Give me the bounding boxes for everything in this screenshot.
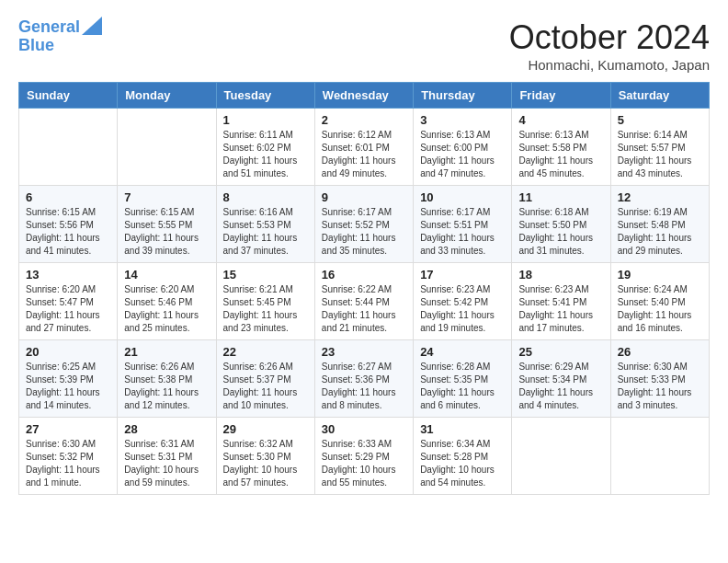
page-header: General Blue October 2024 Honmachi, Kuma…: [18, 18, 710, 73]
day-of-week-header: Friday: [512, 83, 610, 109]
day-info-text: Sunrise: 6:23 AM Sunset: 5:42 PM Dayligh…: [420, 283, 505, 335]
calendar-cell: 22Sunrise: 6:26 AM Sunset: 5:37 PM Dayli…: [216, 340, 314, 418]
day-info-text: Sunrise: 6:31 AM Sunset: 5:31 PM Dayligh…: [124, 438, 209, 489]
day-info-text: Sunrise: 6:34 AM Sunset: 5:28 PM Dayligh…: [420, 438, 505, 489]
month-title: October 2024: [509, 18, 710, 57]
day-number: 20: [26, 345, 110, 359]
day-number: 1: [223, 113, 308, 127]
day-number: 23: [322, 345, 406, 359]
logo-text-blue: Blue: [18, 37, 54, 55]
day-number: 17: [420, 268, 505, 282]
calendar-cell: 4Sunrise: 6:13 AM Sunset: 5:58 PM Daylig…: [512, 109, 610, 186]
day-info-text: Sunrise: 6:30 AM Sunset: 5:32 PM Dayligh…: [26, 438, 110, 489]
calendar-cell: 27Sunrise: 6:30 AM Sunset: 5:32 PM Dayli…: [19, 418, 118, 495]
calendar-cell: 2Sunrise: 6:12 AM Sunset: 6:01 PM Daylig…: [314, 109, 413, 186]
day-number: 18: [518, 268, 603, 282]
day-number: 7: [124, 190, 209, 204]
calendar-cell: [19, 109, 118, 186]
calendar-cell: 26Sunrise: 6:30 AM Sunset: 5:33 PM Dayli…: [610, 340, 709, 418]
logo-arrow-icon: [82, 17, 102, 35]
day-of-week-header: Saturday: [610, 83, 709, 109]
day-number: 14: [124, 268, 209, 282]
day-number: 13: [26, 268, 110, 282]
calendar-cell: 9Sunrise: 6:17 AM Sunset: 5:52 PM Daylig…: [314, 186, 413, 263]
day-info-text: Sunrise: 6:20 AM Sunset: 5:47 PM Dayligh…: [26, 283, 110, 335]
calendar-cell: 21Sunrise: 6:26 AM Sunset: 5:38 PM Dayli…: [118, 340, 216, 418]
calendar-cell: 6Sunrise: 6:15 AM Sunset: 5:56 PM Daylig…: [19, 186, 118, 263]
day-number: 9: [322, 190, 406, 204]
day-info-text: Sunrise: 6:22 AM Sunset: 5:44 PM Dayligh…: [322, 283, 406, 335]
calendar-cell: 25Sunrise: 6:29 AM Sunset: 5:34 PM Dayli…: [512, 340, 610, 418]
calendar-cell: 13Sunrise: 6:20 AM Sunset: 5:47 PM Dayli…: [19, 263, 118, 340]
calendar-cell: 16Sunrise: 6:22 AM Sunset: 5:44 PM Dayli…: [314, 263, 413, 340]
calendar-week-row: 27Sunrise: 6:30 AM Sunset: 5:32 PM Dayli…: [19, 418, 710, 495]
calendar-cell: 11Sunrise: 6:18 AM Sunset: 5:50 PM Dayli…: [512, 186, 610, 263]
day-number: 21: [124, 345, 209, 359]
day-number: 22: [223, 345, 308, 359]
calendar-cell: 18Sunrise: 6:23 AM Sunset: 5:41 PM Dayli…: [512, 263, 610, 340]
day-number: 26: [618, 345, 702, 359]
day-info-text: Sunrise: 6:30 AM Sunset: 5:33 PM Dayligh…: [618, 361, 702, 412]
calendar-cell: 30Sunrise: 6:33 AM Sunset: 5:29 PM Dayli…: [314, 418, 413, 495]
calendar-cell: 3Sunrise: 6:13 AM Sunset: 6:00 PM Daylig…: [414, 109, 512, 186]
calendar-cell: 31Sunrise: 6:34 AM Sunset: 5:28 PM Dayli…: [414, 418, 512, 495]
calendar-week-row: 1Sunrise: 6:11 AM Sunset: 6:02 PM Daylig…: [19, 109, 710, 186]
day-info-text: Sunrise: 6:15 AM Sunset: 5:55 PM Dayligh…: [124, 206, 209, 258]
day-info-text: Sunrise: 6:11 AM Sunset: 6:02 PM Dayligh…: [223, 129, 308, 180]
day-info-text: Sunrise: 6:13 AM Sunset: 6:00 PM Dayligh…: [420, 129, 505, 180]
day-number: 30: [322, 422, 406, 436]
calendar-cell: 1Sunrise: 6:11 AM Sunset: 6:02 PM Daylig…: [216, 109, 314, 186]
day-number: 8: [223, 190, 308, 204]
logo-text-general: General: [18, 18, 80, 37]
day-number: 19: [618, 268, 702, 282]
day-info-text: Sunrise: 6:17 AM Sunset: 5:51 PM Dayligh…: [420, 206, 505, 258]
day-info-text: Sunrise: 6:23 AM Sunset: 5:41 PM Dayligh…: [518, 283, 603, 335]
day-info-text: Sunrise: 6:13 AM Sunset: 5:58 PM Dayligh…: [518, 129, 603, 180]
day-number: 25: [518, 345, 603, 359]
calendar-cell: 20Sunrise: 6:25 AM Sunset: 5:39 PM Dayli…: [19, 340, 118, 418]
day-info-text: Sunrise: 6:17 AM Sunset: 5:52 PM Dayligh…: [322, 206, 406, 258]
day-number: 10: [420, 190, 505, 204]
day-of-week-header: Thursday: [414, 83, 512, 109]
calendar-cell: 8Sunrise: 6:16 AM Sunset: 5:53 PM Daylig…: [216, 186, 314, 263]
calendar-cell: 14Sunrise: 6:20 AM Sunset: 5:46 PM Dayli…: [118, 263, 216, 340]
calendar-cell: 24Sunrise: 6:28 AM Sunset: 5:35 PM Dayli…: [414, 340, 512, 418]
location-subtitle: Honmachi, Kumamoto, Japan: [509, 57, 710, 73]
calendar-cell: 23Sunrise: 6:27 AM Sunset: 5:36 PM Dayli…: [314, 340, 413, 418]
calendar-cell: 15Sunrise: 6:21 AM Sunset: 5:45 PM Dayli…: [216, 263, 314, 340]
svg-marker-0: [82, 17, 102, 35]
day-number: 16: [322, 268, 406, 282]
day-info-text: Sunrise: 6:28 AM Sunset: 5:35 PM Dayligh…: [420, 361, 505, 412]
calendar-header-row: SundayMondayTuesdayWednesdayThursdayFrid…: [19, 83, 710, 109]
day-info-text: Sunrise: 6:14 AM Sunset: 5:57 PM Dayligh…: [618, 129, 702, 180]
day-number: 29: [223, 422, 308, 436]
day-number: 6: [26, 190, 110, 204]
day-number: 4: [518, 113, 603, 127]
day-info-text: Sunrise: 6:12 AM Sunset: 6:01 PM Dayligh…: [322, 129, 406, 180]
day-number: 31: [420, 422, 505, 436]
day-info-text: Sunrise: 6:26 AM Sunset: 5:37 PM Dayligh…: [223, 361, 308, 412]
day-number: 2: [322, 113, 406, 127]
day-of-week-header: Wednesday: [314, 83, 413, 109]
day-of-week-header: Tuesday: [216, 83, 314, 109]
day-info-text: Sunrise: 6:19 AM Sunset: 5:48 PM Dayligh…: [618, 206, 702, 258]
day-info-text: Sunrise: 6:21 AM Sunset: 5:45 PM Dayligh…: [223, 283, 308, 335]
day-of-week-header: Sunday: [19, 83, 118, 109]
calendar-cell: [118, 109, 216, 186]
day-number: 12: [618, 190, 702, 204]
day-info-text: Sunrise: 6:18 AM Sunset: 5:50 PM Dayligh…: [518, 206, 603, 258]
day-info-text: Sunrise: 6:16 AM Sunset: 5:53 PM Dayligh…: [223, 206, 308, 258]
day-number: 15: [223, 268, 308, 282]
day-info-text: Sunrise: 6:25 AM Sunset: 5:39 PM Dayligh…: [26, 361, 110, 412]
day-info-text: Sunrise: 6:32 AM Sunset: 5:30 PM Dayligh…: [223, 438, 308, 489]
day-info-text: Sunrise: 6:29 AM Sunset: 5:34 PM Dayligh…: [518, 361, 603, 412]
day-number: 24: [420, 345, 505, 359]
calendar-cell: 19Sunrise: 6:24 AM Sunset: 5:40 PM Dayli…: [610, 263, 709, 340]
calendar-cell: [512, 418, 610, 495]
calendar-cell: 5Sunrise: 6:14 AM Sunset: 5:57 PM Daylig…: [610, 109, 709, 186]
calendar-cell: 10Sunrise: 6:17 AM Sunset: 5:51 PM Dayli…: [414, 186, 512, 263]
calendar-cell: 12Sunrise: 6:19 AM Sunset: 5:48 PM Dayli…: [610, 186, 709, 263]
logo: General Blue: [18, 18, 102, 55]
day-info-text: Sunrise: 6:24 AM Sunset: 5:40 PM Dayligh…: [618, 283, 702, 335]
day-number: 27: [26, 422, 110, 436]
